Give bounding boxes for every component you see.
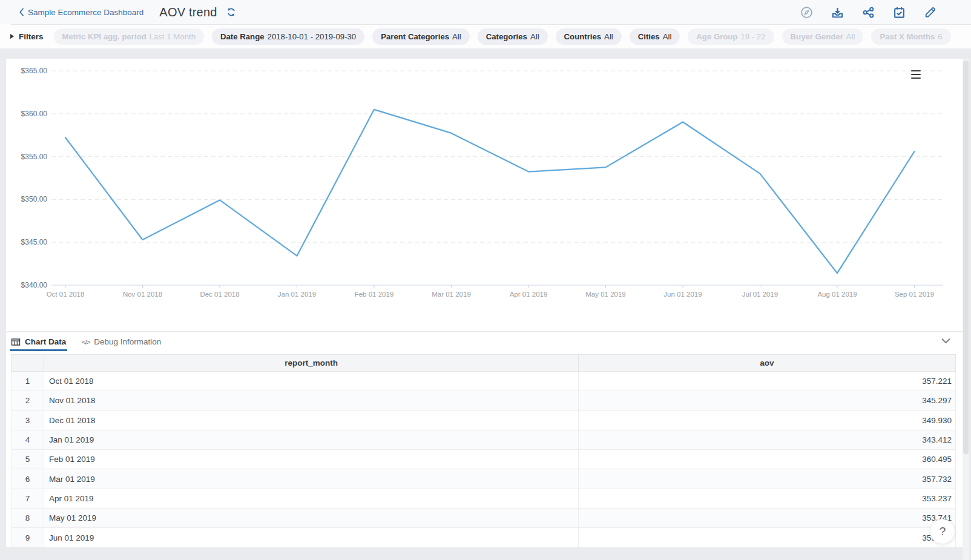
- y-axis-label: $360.00: [21, 110, 48, 118]
- filter-pill-value: 2018-10-01 - 2019-09-30: [268, 32, 357, 41]
- cell-aov: 349.930: [579, 410, 956, 430]
- row-number: 1: [12, 372, 44, 391]
- table-tabs: Chart Data</>Debug Information: [11, 332, 161, 351]
- filters-toggle[interactable]: Filters: [10, 32, 44, 41]
- x-axis-label: Apr 01 2019: [510, 291, 548, 298]
- refresh-icon[interactable]: [226, 7, 236, 17]
- breadcrumb[interactable]: Sample Ecommerce Dashboard: [18, 8, 143, 17]
- cell-report-month: Feb 01 2019: [44, 450, 579, 469]
- filter-pill-label: Parent Categories: [381, 32, 449, 41]
- filter-pill-label: Date Range: [220, 32, 265, 41]
- filter-pill-value: All: [604, 32, 613, 41]
- scrollbar-thumb[interactable]: [963, 61, 969, 454]
- filter-pill-cities[interactable]: CitiesAll: [630, 28, 680, 45]
- edit-icon[interactable]: [923, 5, 937, 19]
- explore-icon[interactable]: [799, 5, 814, 19]
- filter-pill-value: Last 1 Month: [150, 32, 196, 41]
- row-number: 3: [12, 410, 44, 430]
- schedule-icon[interactable]: [892, 5, 906, 19]
- y-axis-label: $340.00: [21, 281, 48, 289]
- x-axis-label: Jun 01 2019: [663, 291, 702, 298]
- filters-caret-icon: [10, 34, 14, 39]
- tab-label: Chart Data: [25, 337, 66, 346]
- chart-data-table: report_monthaov 1Oct 01 2018357.2212Nov …: [11, 354, 956, 547]
- y-axis-label: $345.00: [21, 238, 48, 246]
- table-row: 6Mar 01 2019357.732: [12, 469, 956, 489]
- cell-report-month: Oct 01 2018: [44, 372, 579, 391]
- row-number: 5: [12, 450, 44, 469]
- y-axis-label: $365.00: [21, 67, 48, 75]
- x-axis-label: Jan 01 2019: [278, 291, 316, 298]
- cell-report-month: Mar 01 2019: [44, 469, 579, 489]
- cell-aov: 353.741: [579, 509, 956, 528]
- topbar-actions: [799, 0, 937, 24]
- filter-pill-label: Buyer Gender: [791, 32, 843, 41]
- x-axis-label: May 01 2019: [585, 291, 626, 298]
- x-axis-label: Sep 01 2019: [895, 291, 934, 298]
- cell-report-month: Jan 01 2019: [44, 430, 579, 449]
- table-row: 8May 01 2019353.741: [12, 509, 956, 528]
- filter-pill-value: All: [663, 32, 672, 41]
- cell-aov: 360.495: [579, 450, 956, 469]
- cell-aov: 357.221: [579, 372, 956, 391]
- filter-bar: Filters Metric KPI agg. periodLast 1 Mon…: [0, 24, 971, 48]
- aov-series-line: [65, 110, 915, 273]
- cell-aov: 359.031: [579, 528, 956, 547]
- table-icon: [11, 337, 21, 347]
- x-axis-label: Nov 01 2018: [123, 291, 162, 298]
- filter-pill-age-group: Age Group19 - 22: [688, 28, 774, 45]
- filter-pill-categories[interactable]: CategoriesAll: [478, 28, 548, 45]
- share-icon[interactable]: [861, 5, 875, 19]
- filter-pill-metric-kpi-agg-period: Metric KPI agg. periodLast 1 Month: [54, 28, 204, 45]
- aov-trend-line-chart: $340.00$345.00$350.00$355.00$360.00$365.…: [6, 59, 965, 331]
- filter-pill-date-range[interactable]: Date Range2018-10-01 - 2019-09-30: [212, 28, 364, 45]
- cell-report-month: Nov 01 2018: [44, 391, 579, 410]
- x-axis-label: Aug 01 2019: [817, 291, 857, 298]
- filter-pill-value: 19 - 22: [740, 32, 765, 41]
- row-number: 4: [12, 430, 44, 449]
- y-axis-label: $350.00: [21, 195, 48, 203]
- column-header-report-month: report_month: [44, 355, 579, 372]
- code-icon: </>: [82, 338, 90, 346]
- row-number: 7: [12, 489, 44, 508]
- x-axis-label: Dec 01 2018: [200, 291, 239, 298]
- row-number: 2: [12, 391, 44, 410]
- table-row: 3Dec 01 2018349.930: [12, 410, 956, 430]
- cell-aov: 353.237: [579, 489, 956, 508]
- chart-data-table-wrap: report_monthaov 1Oct 01 2018357.2212Nov …: [11, 354, 955, 547]
- filter-pill-parent-categories[interactable]: Parent CategoriesAll: [372, 28, 470, 45]
- chevron-down-icon[interactable]: [940, 336, 952, 348]
- download-icon[interactable]: [830, 5, 844, 19]
- filter-pill-label: Countries: [564, 32, 602, 41]
- cell-report-month: May 01 2019: [44, 509, 579, 528]
- filter-pill-value: All: [452, 32, 461, 41]
- topbar: Sample Ecommerce Dashboard AOV trend: [0, 0, 971, 24]
- filter-pill-countries[interactable]: CountriesAll: [556, 28, 622, 45]
- filter-pill-label: Categories: [486, 32, 527, 41]
- tab-chart-data[interactable]: Chart Data: [11, 332, 66, 351]
- table-row: 2Nov 01 2018345.297: [12, 391, 956, 410]
- cell-report-month: Dec 01 2018: [44, 410, 579, 430]
- help-button[interactable]: ?: [930, 519, 955, 544]
- chart-menu-icon[interactable]: [911, 70, 921, 79]
- filter-pill-label: Past X Months: [880, 32, 935, 41]
- table-row: 9Jun 01 2019359.031: [12, 528, 956, 547]
- x-axis-label: Oct 01 2018: [47, 291, 85, 298]
- table-row: 1Oct 01 2018357.221: [12, 372, 956, 391]
- filter-pill-buyer-gender: Buyer GenderAll: [782, 28, 864, 45]
- row-number: 6: [12, 469, 44, 489]
- breadcrumb-label: Sample Ecommerce Dashboard: [28, 8, 143, 17]
- y-axis-label: $355.00: [21, 153, 48, 161]
- filter-pill-value: 6: [938, 32, 942, 41]
- tab-label: Debug Information: [94, 337, 161, 346]
- back-chevron-icon: [18, 8, 25, 16]
- column-header-aov: aov: [579, 355, 956, 372]
- filter-pill-label: Cities: [638, 32, 660, 41]
- row-number-header: [12, 355, 44, 372]
- x-axis-label: Mar 01 2019: [432, 291, 471, 298]
- page-scrollbar[interactable]: [963, 59, 969, 560]
- x-axis-label: Jul 01 2019: [742, 291, 778, 298]
- filter-pill-label: Metric KPI agg. period: [62, 32, 146, 41]
- tab-debug-information[interactable]: </>Debug Information: [82, 332, 161, 351]
- cell-report-month: Apr 01 2019: [44, 489, 579, 508]
